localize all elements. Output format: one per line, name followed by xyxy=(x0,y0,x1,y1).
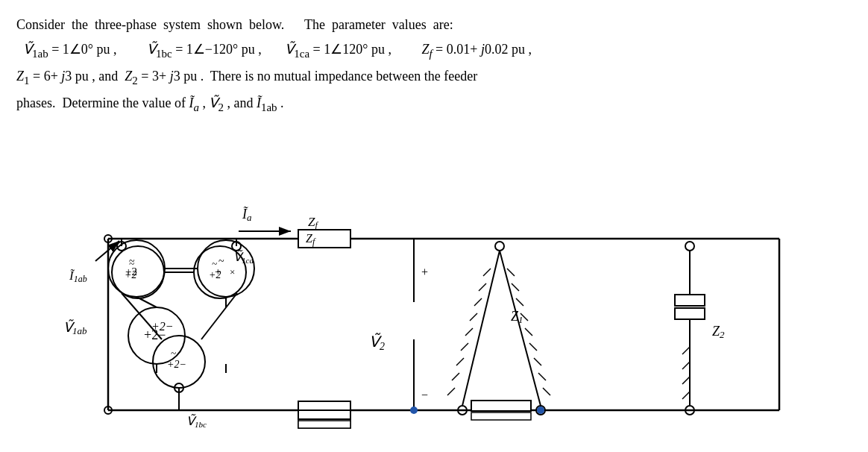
svg-rect-82 xyxy=(298,421,350,428)
circuit-svg: +2− +2− ~ + × ~ +2 ~ +2 ~ +2 ~ +2− xyxy=(41,131,824,444)
svg-line-48 xyxy=(465,328,473,336)
svg-point-40 xyxy=(495,242,504,251)
svg-line-72 xyxy=(682,362,690,369)
svg-rect-63 xyxy=(471,401,531,411)
svg-text:+2−: +2− xyxy=(144,327,166,342)
line2: Ṽ1ab = 1∠0° pu , Ṽ1bc = 1∠−120° pu , Ṽ1c… xyxy=(16,38,852,63)
svg-line-55 xyxy=(512,283,519,291)
ia-label: Ĩa xyxy=(242,207,252,223)
svg-rect-64 xyxy=(471,412,531,420)
v2-minus: − xyxy=(421,389,428,401)
svg-rect-68 xyxy=(675,295,705,306)
line4: phases. Determine the value of Ĩa , Ṽ2 ,… xyxy=(16,92,852,117)
z2-label: Z2 xyxy=(712,324,725,340)
svg-line-45 xyxy=(479,283,486,291)
svg-text:+2−: +2− xyxy=(167,359,186,370)
svg-text:+2: +2 xyxy=(209,269,221,280)
vlab-label: Ṽ1ab xyxy=(63,319,87,336)
svg-line-52 xyxy=(447,388,455,395)
svg-line-59 xyxy=(529,343,537,351)
svg-line-56 xyxy=(516,298,523,306)
v2-label: Ṽ2 xyxy=(369,333,385,352)
svg-text:×: × xyxy=(230,266,235,277)
svg-line-47 xyxy=(470,313,477,321)
svg-line-51 xyxy=(452,373,459,380)
svg-line-58 xyxy=(525,328,532,336)
svg-line-44 xyxy=(483,269,491,276)
svg-line-54 xyxy=(507,269,515,276)
svg-text:~: ~ xyxy=(171,348,176,359)
svg-point-19 xyxy=(112,246,164,298)
svg-text:~: ~ xyxy=(129,258,134,269)
ilab-label: Ĩ1ab xyxy=(69,269,87,284)
svg-line-30 xyxy=(201,293,237,339)
svg-line-60 xyxy=(534,358,541,365)
line1: Consider the three-phase system shown be… xyxy=(16,13,852,37)
svg-line-61 xyxy=(538,373,546,380)
svg-point-77 xyxy=(410,407,418,414)
line3: Z1 = 6+ j3 pu , and Z2 = 3+ j3 pu . Ther… xyxy=(16,65,852,90)
svg-line-73 xyxy=(682,377,690,384)
zf-top-text: Zf xyxy=(308,215,318,230)
svg-rect-81 xyxy=(298,410,350,419)
svg-text:~: ~ xyxy=(212,258,217,269)
v2-plus: + xyxy=(421,266,428,278)
svg-line-50 xyxy=(456,358,464,365)
svg-line-46 xyxy=(474,298,482,306)
svg-text:+2: +2 xyxy=(125,269,136,280)
svg-point-65 xyxy=(685,242,694,251)
svg-line-62 xyxy=(543,388,550,395)
svg-line-74 xyxy=(682,392,690,399)
z1-label: Z1 xyxy=(511,309,523,325)
svg-rect-69 xyxy=(675,308,705,319)
circuit-diagram: +2− +2− ~ + × ~ +2 ~ +2 ~ +2 ~ +2− xyxy=(41,131,824,444)
v1bc-label: Ṽ1bc xyxy=(186,414,207,429)
svg-line-43 xyxy=(462,251,500,406)
v1ca-label: Ṽ1ca xyxy=(233,250,254,265)
svg-point-78 xyxy=(537,407,544,414)
problem-text: Consider the three-phase system shown be… xyxy=(0,0,868,117)
svg-line-53 xyxy=(500,251,541,406)
svg-line-71 xyxy=(682,347,690,354)
svg-line-49 xyxy=(461,343,468,351)
